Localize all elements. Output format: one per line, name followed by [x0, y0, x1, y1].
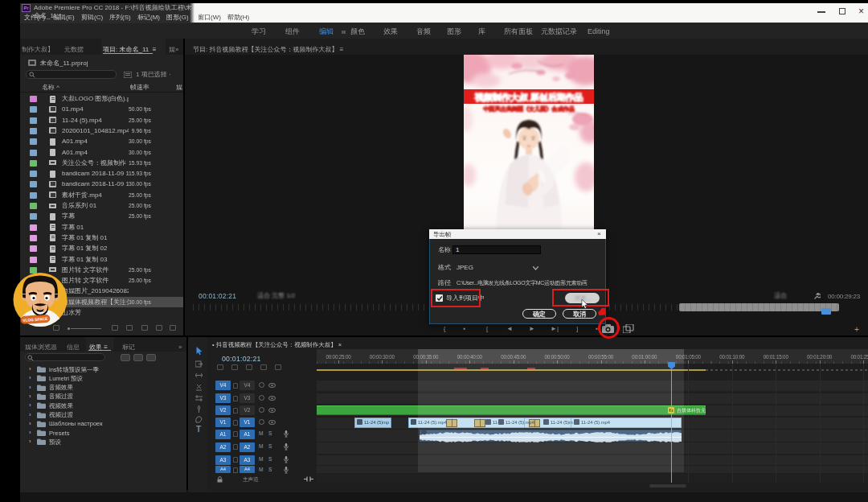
svg-text:中国风古典舞蹈《女儿国》合成作品: 中国风古典舞蹈《女儿国》合成作品 [483, 105, 574, 113]
svg-text:视频制作大叔 原创后期作品: 视频制作大叔 原创后期作品 [474, 92, 583, 103]
